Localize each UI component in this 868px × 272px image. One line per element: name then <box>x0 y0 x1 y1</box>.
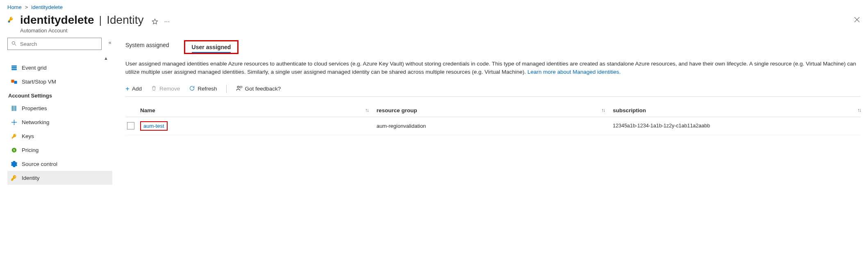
page-title-section: Identity <box>107 14 143 27</box>
svg-point-15 <box>237 86 239 88</box>
add-button-label: Add <box>132 86 142 92</box>
sort-icon: ↑↓ <box>601 107 604 113</box>
scroll-up-icon[interactable]: ▲ <box>7 56 112 61</box>
search-icon <box>11 41 17 48</box>
chevron-right-icon: > <box>25 4 28 10</box>
svg-rect-7 <box>14 81 17 84</box>
networking-icon <box>11 119 18 126</box>
sidebar-item-pricing[interactable]: $ Pricing <box>7 143 112 157</box>
table-row: aum-test aum-regionvalidation 12345a1b-1… <box>125 117 861 135</box>
feedback-person-icon <box>236 85 243 93</box>
toolbar-separator <box>226 85 227 93</box>
sidebar-item-label: Pricing <box>22 147 39 153</box>
svg-rect-3 <box>11 65 17 66</box>
feedback-button-label: Got feedback? <box>245 86 281 92</box>
sidebar-item-label: Event grid <box>22 65 47 71</box>
sidebar-item-source-control[interactable]: Source control <box>7 157 112 171</box>
svg-text:$: $ <box>13 148 15 152</box>
tab-user-assigned[interactable]: User assigned <box>184 40 239 54</box>
tab-description: User assigned managed identities enable … <box>125 60 861 77</box>
svg-rect-5 <box>11 69 17 70</box>
pricing-icon: $ <box>11 147 18 154</box>
sidebar-item-label: Properties <box>22 105 47 111</box>
column-header-label: resource group <box>377 107 417 113</box>
sort-icon: ↑↓ <box>365 107 368 113</box>
page-title-main: identitydelete <box>20 14 94 27</box>
column-header-subscription[interactable]: subscription <box>613 107 849 113</box>
remove-button-label: Remove <box>159 86 180 92</box>
sidebar-item-properties[interactable]: Properties <box>7 101 112 115</box>
column-header-label: Name <box>140 107 155 113</box>
row-subscription: 12345a1b-1234-1a1b-1z2y-c1ab11a2aabb <box>613 123 849 129</box>
sidebar-item-label: Networking <box>22 119 50 125</box>
learn-more-link[interactable]: Learn more about Managed identities. <box>527 69 620 75</box>
svg-rect-10 <box>15 106 16 111</box>
search-input[interactable] <box>19 41 98 48</box>
svg-line-2 <box>15 44 16 45</box>
tab-description-text: User assigned managed identities enable … <box>125 61 856 75</box>
refresh-button-label: Refresh <box>198 86 217 92</box>
row-checkbox[interactable] <box>127 122 134 129</box>
key-icon <box>11 133 18 140</box>
title-pipe: | <box>99 14 102 27</box>
breadcrumb-home[interactable]: Home <box>7 4 22 10</box>
svg-point-11 <box>14 121 15 123</box>
sidebar-item-label: Keys <box>22 133 34 139</box>
column-header-name[interactable]: Name ↑↓ <box>140 107 377 113</box>
more-ellipsis-icon[interactable]: ··· <box>164 18 170 27</box>
toolbar: + Add Remove Refresh <box>125 82 861 97</box>
tab-system-assigned[interactable]: System assigned <box>125 40 169 54</box>
row-resource-group: aum-regionvalidation <box>377 123 613 129</box>
add-button[interactable]: + Add <box>125 85 142 93</box>
sidebar-item-networking[interactable]: Networking <box>7 115 112 129</box>
identities-table: Name ↑↓ resource group ↑↓ subscription ↑… <box>125 104 861 135</box>
svg-rect-8 <box>12 106 13 111</box>
feedback-button[interactable]: Got feedback? <box>236 85 281 93</box>
favorite-star-icon[interactable] <box>151 18 159 27</box>
svg-rect-6 <box>11 79 14 82</box>
sidebar-item-label: Identity <box>22 175 40 181</box>
automation-key-icon <box>7 16 14 23</box>
sidebar-item-identity[interactable]: Identity <box>7 171 112 185</box>
remove-button: Remove <box>151 85 180 93</box>
svg-rect-4 <box>11 67 17 68</box>
svg-point-0 <box>8 20 10 22</box>
svg-point-14 <box>14 176 15 177</box>
identity-name-link[interactable]: aum-test <box>143 123 164 129</box>
identity-tabs: System assigned User assigned <box>125 40 861 54</box>
sidebar-item-label: Start/Stop VM <box>22 79 56 85</box>
sidebar-search[interactable] <box>7 38 102 50</box>
sidebar-item-label: Source control <box>22 161 57 167</box>
close-icon[interactable] <box>853 16 861 25</box>
plus-icon: + <box>125 85 130 93</box>
sort-icon: ↑↓ <box>849 107 861 113</box>
main-content: System assigned User assigned User assig… <box>114 38 861 185</box>
sidebar: « ▲ Event grid <box>7 38 114 185</box>
svg-point-1 <box>12 41 15 44</box>
trash-icon <box>151 85 157 93</box>
sidebar-item-start-stop-vm[interactable]: Start/Stop VM <box>7 75 112 88</box>
identity-key-icon <box>11 175 18 181</box>
event-grid-icon <box>11 64 18 71</box>
sidebar-item-keys[interactable]: Keys <box>7 129 112 143</box>
page-subtitle: Automation Account <box>20 27 170 34</box>
column-header-label: subscription <box>613 107 646 113</box>
sidebar-item-event-grid[interactable]: Event grid <box>7 61 112 75</box>
gear-icon <box>11 161 18 168</box>
breadcrumb-current[interactable]: identitydelete <box>31 4 63 10</box>
collapse-sidebar-icon[interactable]: « <box>109 39 111 45</box>
breadcrumb: Home > identitydelete <box>7 4 861 10</box>
properties-icon <box>11 105 18 112</box>
table-header-row: Name ↑↓ resource group ↑↓ subscription ↑… <box>125 104 861 117</box>
column-header-resource-group[interactable]: resource group ↑↓ <box>377 107 613 113</box>
refresh-button[interactable]: Refresh <box>189 85 217 93</box>
vm-icon <box>11 78 18 85</box>
refresh-icon <box>189 85 195 93</box>
svg-rect-9 <box>14 106 14 111</box>
page-header: identitydelete | Identity ··· Automation… <box>7 14 861 34</box>
sidebar-section-heading: Account Settings <box>7 88 112 101</box>
